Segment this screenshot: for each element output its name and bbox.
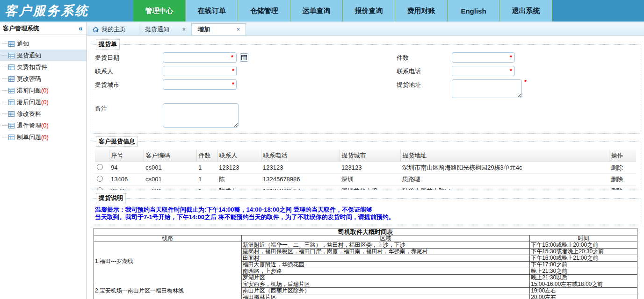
city-label: 提货城市 (95, 79, 163, 89)
customer-pickup-info-legend: 客户提货信息 (96, 136, 138, 147)
schedule-header-row: 线路 区域 时间 (94, 235, 637, 242)
row-radio[interactable] (97, 176, 103, 182)
route-cell: 2.宝安机场---南山片区---福田梅林线 (94, 281, 242, 299)
nav-item-admin-center[interactable]: 管理中心 (133, 0, 186, 21)
schedule-row: 2.宝安机场---南山片区---福田梅林线 宝安西乡，机场，后瑞片区 15:00… (94, 281, 637, 288)
pickup-instructions-section: 提货说明 温馨提示：我司预约当天取件时间截止为:下午14:00整，14:00-1… (91, 193, 640, 225)
calendar-icon[interactable] (240, 53, 248, 62)
close-icon[interactable]: × (237, 26, 240, 33)
nav-item-online-orders[interactable]: 在线订单 (186, 0, 238, 21)
required-asterisk: * (232, 67, 234, 74)
pickup-table-header: 序号 客户编码 件数 联系人 联系电话 提货城市 提货地址 操作 (95, 150, 636, 162)
nav-item-warehouse[interactable]: 仓储管理 (238, 0, 290, 21)
required-asterisk: * (510, 54, 512, 61)
table-row: 6870 cs001 1 陆成东 13128803527 深圳龙华大浪 硅谷大厦… (95, 185, 636, 190)
driver-pickup-schedule-table: 司机取件大概时间表 线路 区域 时间 1.福田---罗湖线 新洲附近（福华一、二… (94, 228, 637, 299)
qty-input[interactable] (452, 52, 515, 63)
grid-icon (8, 88, 14, 93)
sidebar-item-edit-profile[interactable]: 修改资料 (0, 108, 87, 120)
pickup-instructions-legend: 提货说明 (96, 193, 126, 203)
nav-item-waybill-query[interactable]: 运单查询 (290, 0, 343, 21)
radio-column-header (95, 150, 109, 162)
sidebar-item-billing-issues[interactable]: 制单问题(0) (0, 131, 87, 143)
tab-add[interactable]: 增加 × (192, 23, 246, 35)
pickup-form-legend: 提货单 (96, 39, 120, 50)
row-radio[interactable] (97, 187, 103, 190)
sidebar-item-pre-port-issues[interactable]: 港前问题(0) (0, 85, 87, 96)
required-asterisk: * (510, 67, 512, 74)
required-asterisk: * (232, 81, 234, 88)
row-radio[interactable] (97, 164, 103, 170)
nav-item-quote-query[interactable]: 报价查询 (343, 0, 395, 21)
sidebar: 客户管理系统 « 通知 提货通知 欠费扣货件 更改密码 港前问题(0) (0, 22, 87, 299)
table-row: 13406 cs001 1 陈 13245678986 深圳 思路嗯 删除 (95, 173, 636, 185)
tab-strip: 我的主页 提货通知 × 增加 × (87, 22, 644, 36)
city-input[interactable] (163, 79, 237, 90)
pickup-table: 序号 客户编码 件数 联系人 联系电话 提货城市 提货地址 操作 (95, 150, 636, 190)
delete-link[interactable]: 删除 (611, 164, 623, 171)
pickup-date-label: 提货日期 (95, 52, 163, 62)
home-icon (93, 27, 99, 32)
nav-item-english[interactable]: English (448, 0, 500, 21)
address-textarea[interactable] (452, 79, 522, 98)
sidebar-item-return-management[interactable]: 退件管理(0) (0, 120, 87, 131)
main-nav: 管理中心 在线订单 仓储管理 运单查询 报价查询 费用对账 English 退出… (133, 0, 552, 21)
grid-icon (8, 100, 14, 105)
sidebar-title: 客户管理系统 (3, 24, 39, 33)
tab-pickup-notice[interactable]: 提货通知 × (139, 23, 192, 35)
grid-icon (8, 41, 14, 47)
nav-item-logout[interactable]: 退出系统 (500, 0, 552, 21)
grid-icon (8, 135, 14, 140)
remark-textarea[interactable] (163, 103, 239, 128)
schedule-title: 司机取件大概时间表 (94, 228, 637, 235)
required-asterisk: * (524, 78, 527, 85)
contact-label: 联系人 (95, 66, 163, 76)
phone-input[interactable] (452, 66, 515, 76)
delete-link[interactable]: 删除 (611, 187, 623, 190)
contact-input[interactable] (163, 66, 237, 76)
sidebar-item-notice[interactable]: 通知 (0, 38, 87, 50)
grid-icon (8, 111, 14, 117)
qty-label: 件数 (397, 52, 452, 62)
route-cell: 1.福田---罗湖线 (94, 242, 242, 281)
sidebar-item-arrears-hold[interactable]: 欠费扣货件 (0, 61, 87, 73)
remark-label: 备注 (95, 103, 163, 113)
phone-label: 联系电话 (397, 66, 452, 76)
address-label: 提货地址 (397, 79, 452, 89)
sidebar-item-post-port-issues[interactable]: 港后问题(0) (0, 96, 87, 108)
grid-icon (8, 53, 14, 58)
sidebar-item-change-password[interactable]: 更改密码 (0, 73, 87, 85)
grid-icon (8, 76, 14, 82)
grid-icon (8, 123, 14, 128)
delete-link[interactable]: 删除 (611, 176, 623, 183)
customer-pickup-info-section: 客户提货信息 序号 客户编码 件数 联系人 联系电话 提货城市 (91, 136, 640, 190)
app-title: 客户服务系统 (0, 0, 133, 21)
main-area: 我的主页 提货通知 × 增加 × 提货单 提货日期 * (87, 22, 644, 299)
grid-icon (8, 64, 14, 70)
top-header: 客户服务系统 管理中心 在线订单 仓储管理 运单查询 报价查询 费用对账 Eng… (0, 0, 644, 21)
required-asterisk: * (231, 54, 233, 61)
pickup-form-section: 提货单 提货日期 * 件数 * 联系人 (91, 39, 640, 134)
pickup-date-input[interactable] (163, 52, 237, 63)
schedule-row: 1.福田---罗湖线 新洲附近（福华一、二、三路），益田村，福田区委，上沙，下沙… (94, 242, 637, 249)
notice-text-line: 当天取到。我司于7-1号开始，下午14:00之后 将不能预约当天的取件，为了不耽… (95, 214, 636, 221)
pickup-table-viewport: 序号 客户编码 件数 联系人 联系电话 提货城市 提货地址 操作 (95, 150, 636, 190)
tab-my-homepage[interactable]: 我的主页 (87, 23, 139, 35)
notice-text-line: 温馨提示：我司预约当天取件时间截止为:下午14:00整，14:00-18:00之… (95, 206, 636, 214)
sidebar-collapse-icon[interactable]: « (79, 25, 83, 32)
nav-item-fee-reconcile[interactable]: 费用对账 (395, 0, 448, 21)
close-icon[interactable]: × (182, 26, 186, 33)
table-row: 94 cs001 1 123123 123123 123123 深圳市南山区前海… (95, 162, 636, 173)
header-filler (552, 0, 644, 21)
sidebar-item-pickup-notice[interactable]: 提货通知 (0, 50, 87, 61)
